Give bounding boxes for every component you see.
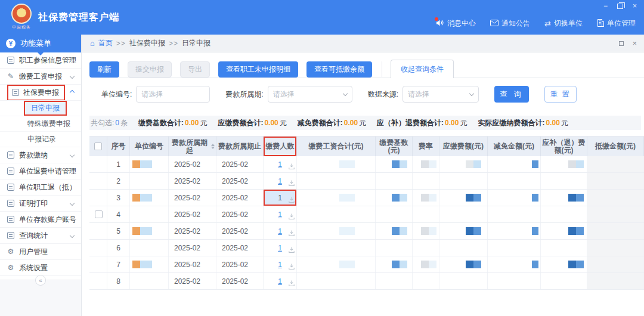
download-icon[interactable]: [288, 280, 295, 289]
sidebar-item-查询统计[interactable]: 查询统计: [0, 228, 81, 244]
查看可抵缴余额-button[interactable]: 查看可抵缴余额: [306, 61, 372, 78]
cell-sel[interactable]: [89, 173, 107, 189]
cell-end: 2025-02: [216, 156, 264, 172]
column-label: 缴费人数: [266, 142, 295, 150]
column-header-select[interactable]: [89, 137, 107, 156]
download-icon[interactable]: [288, 163, 295, 172]
redaction-block: [466, 194, 473, 202]
reset-button[interactable]: 重 置: [544, 86, 577, 103]
cell-people[interactable]: 1: [264, 273, 297, 289]
sidebar-item-费款缴纳[interactable]: 费款缴纳: [0, 147, 81, 163]
sidebar-item-label: 单位存款账户账号管理: [19, 215, 76, 225]
download-icon[interactable]: [288, 246, 295, 255]
cell-unit: [130, 273, 169, 289]
select-数据来源:[interactable]: 请选择: [402, 86, 479, 103]
redacted-value: [439, 223, 487, 239]
close-icon[interactable]: ×: [633, 2, 637, 10]
cell-unit: [130, 190, 169, 206]
sidebar-item-证明打印[interactable]: 证明打印: [0, 196, 81, 212]
cell-reduce: [488, 256, 541, 272]
people-count-link[interactable]: 1: [278, 177, 282, 185]
cell-sel[interactable]: [89, 156, 107, 172]
cell-people[interactable]: 1: [264, 173, 297, 189]
查看职工未申报明细-button[interactable]: 查看职工未申报明细: [218, 61, 298, 78]
summary-label: 实际应缴纳费额合计:: [478, 118, 544, 128]
column-label: 单位编号: [135, 142, 163, 150]
sort-icon[interactable]: [211, 144, 215, 149]
sidebar-item-单位职工退（抵）费申请管理[interactable]: 单位职工退（抵）费申请管理: [0, 179, 81, 196]
sidebar-item-单位退费申请管理[interactable]: 单位退费申请管理: [0, 163, 81, 179]
summary-suffix: 元: [561, 118, 568, 128]
download-icon[interactable]: [288, 230, 295, 238]
sidebar-item-缴费工资申报[interactable]: ✎缴费工资申报: [0, 69, 81, 85]
cell-people[interactable]: 1: [264, 156, 297, 172]
cell-sel[interactable]: [89, 256, 107, 272]
redacted-value: [439, 190, 487, 206]
redaction-block: [400, 227, 407, 235]
people-count-link[interactable]: 1: [278, 194, 282, 202]
cell-sel[interactable]: [89, 206, 107, 222]
download-icon[interactable]: [288, 213, 295, 222]
redacted-value: [541, 240, 587, 256]
sidebar-filler: [0, 280, 81, 316]
app-logo: 中国税务: [10, 4, 33, 30]
cell-people[interactable]: 1: [264, 206, 297, 222]
select-all-checkbox[interactable]: [94, 142, 102, 150]
cell-people[interactable]: 1: [264, 256, 297, 272]
people-count-link[interactable]: 1: [278, 227, 282, 236]
collapse-query-tab[interactable]: 收起查询条件: [391, 60, 454, 78]
sidebar-subitem-申报记录[interactable]: 申报记录: [0, 132, 81, 147]
download-icon[interactable]: [288, 196, 295, 205]
cell-num: 4: [107, 206, 130, 222]
people-count-link[interactable]: 1: [278, 160, 282, 169]
cell-sel[interactable]: [89, 240, 107, 256]
刷新-button[interactable]: 刷新: [89, 61, 119, 78]
cell-sel[interactable]: [89, 190, 107, 206]
home-icon[interactable]: ⌂: [90, 39, 95, 48]
select-费款所属期:[interactable]: 请选择: [268, 86, 352, 103]
download-icon[interactable]: [288, 179, 295, 188]
people-count-link[interactable]: 1: [278, 277, 282, 286]
row-number: 7: [116, 261, 120, 269]
form-icon: [12, 89, 19, 96]
sidebar-item-职工参保信息管理[interactable]: 职工参保信息管理: [0, 52, 81, 69]
panel-maximize-icon[interactable]: [619, 41, 624, 46]
topbar-item-切换单位[interactable]: ⇄切换单位: [544, 18, 583, 29]
panel-controls: ×: [619, 41, 637, 47]
speaker-icon: [436, 19, 444, 28]
cell-base: [376, 190, 413, 206]
row-checkbox[interactable]: [95, 210, 103, 218]
redaction-block: [400, 261, 407, 268]
sidebar-item-系统设置[interactable]: ⚙系统设置: [0, 260, 81, 276]
cell-people[interactable]: 1: [264, 223, 297, 239]
cell-people[interactable]: 1: [264, 190, 297, 206]
topbar-item-单位管理[interactable]: 单位管理: [597, 18, 636, 29]
maximize-icon[interactable]: [617, 4, 623, 9]
sidebar-subitem-特殊缴费申报[interactable]: 特殊缴费申报: [0, 116, 81, 132]
download-icon[interactable]: [288, 263, 295, 272]
cell-people[interactable]: 1: [264, 240, 297, 256]
column-header-费款所属期起[interactable]: 费款所属期起: [169, 137, 216, 156]
sidebar-item-label: 用户管理: [19, 247, 48, 257]
period-value: 2025-02: [222, 244, 248, 252]
declarations-table: 序号单位编号费款所属期起费款所属期止缴费人数缴费工资合计(元)缴费基数(元)费率…: [89, 136, 644, 290]
sidebar-subitem-日常申报[interactable]: 日常申报: [0, 101, 81, 116]
topbar-item-消息中心[interactable]: 消息中心: [436, 18, 476, 29]
field-label: 数据来源:: [368, 89, 398, 100]
sidebar-item-用户管理[interactable]: ⚙用户管理: [0, 244, 81, 260]
unit-number-input[interactable]: [136, 86, 210, 103]
cell-sel[interactable]: [89, 223, 107, 239]
sidebar-collapse-button[interactable]: «: [35, 275, 46, 286]
sidebar-item-单位存款账户账号管理[interactable]: 单位存款账户账号管理: [0, 212, 81, 228]
sidebar-item-社保费申报[interactable]: 社保费申报: [0, 85, 81, 101]
people-count-link[interactable]: 1: [278, 261, 282, 269]
minimize-icon[interactable]: −: [603, 2, 608, 10]
panel-close-icon[interactable]: ×: [632, 41, 637, 47]
people-count-link[interactable]: 1: [278, 244, 282, 252]
breadcrumb-home[interactable]: 首页: [98, 38, 113, 48]
topbar-item-通知公告[interactable]: 通知公告: [490, 18, 530, 29]
search-button[interactable]: 查 询: [494, 86, 529, 103]
cell-sel[interactable]: [89, 273, 107, 289]
summary-suffix: 元: [200, 118, 207, 128]
people-count-link[interactable]: 1: [278, 210, 282, 219]
